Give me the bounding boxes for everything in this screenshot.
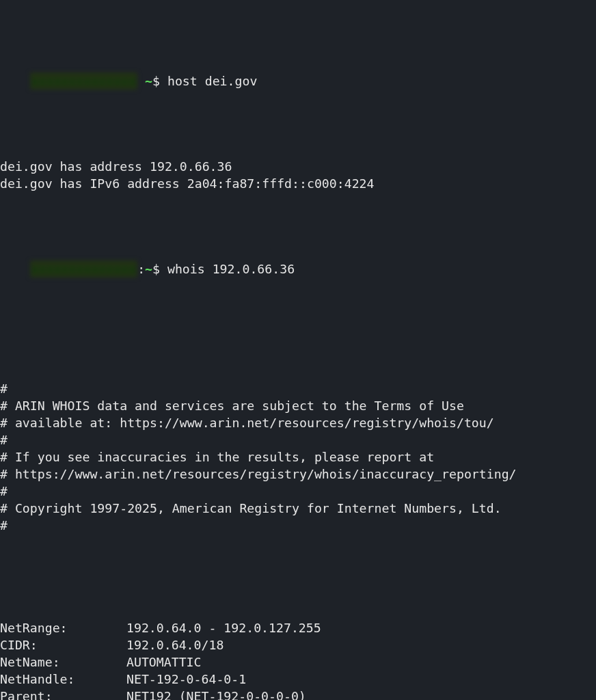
- whois-header: ## ARIN WHOIS data and services are subj…: [0, 346, 596, 568]
- prompt-marker: $: [152, 262, 167, 276]
- whois-net-field: NetRange:192.0.64.0 - 192.0.127.255: [0, 619, 596, 636]
- host-output-line: dei.gov has IPv6 address 2a04:fa87:fffd:…: [0, 175, 596, 192]
- prompt-cwd: ~: [145, 262, 152, 276]
- prompt-line: xxxxxxxxxxxxxx:~$ whois 192.0.66.36: [0, 243, 596, 295]
- whois-net-field: CIDR:192.0.64.0/18: [0, 636, 596, 654]
- prompt-line: xxxxxxxxxxxxxx ~$ host dei.gov: [0, 55, 596, 107]
- whois-header-line: #: [0, 380, 596, 397]
- whois-header-line: #: [0, 517, 596, 534]
- whois-field-value: 192.0.64.0 - 192.0.127.255: [126, 619, 596, 636]
- host-output: dei.gov has address 192.0.66.36dei.gov h…: [0, 158, 596, 192]
- whois-field-label: NetName:: [0, 654, 126, 671]
- whois-net-field: NetName:AUTOMATTIC: [0, 654, 596, 671]
- whois-field-value: NET-192-0-64-0-1: [126, 671, 596, 688]
- whois-header-line: #: [0, 431, 596, 448]
- prompt-sep: :: [137, 262, 145, 276]
- whois-header-line: # Copyright 1997-2025, American Registry…: [0, 500, 596, 517]
- whois-net-field: Parent:NET192 (NET-192-0-0-0-0): [0, 688, 596, 700]
- whois-header-line: [0, 551, 596, 568]
- whois-header-line: [0, 363, 596, 380]
- host-output-line: dei.gov has address 192.0.66.36: [0, 158, 596, 175]
- command-host: host dei.gov: [167, 74, 257, 88]
- terminal[interactable]: xxxxxxxxxxxxxx ~$ host dei.gov dei.gov h…: [0, 0, 596, 700]
- whois-header-line: [0, 534, 596, 551]
- prompt-host-masked: xxxxxxxxxxxxxx: [30, 260, 137, 278]
- whois-header-line: # available at: https://www.arin.net/res…: [0, 414, 596, 431]
- prompt-marker: $: [152, 74, 167, 88]
- whois-header-line: [0, 346, 596, 363]
- prompt-cwd: ~: [137, 74, 152, 88]
- command-whois: whois 192.0.66.36: [167, 262, 295, 276]
- whois-header-line: #: [0, 483, 596, 500]
- whois-header-line: # ARIN WHOIS data and services are subje…: [0, 397, 596, 414]
- whois-net-field: NetHandle:NET-192-0-64-0-1: [0, 671, 596, 688]
- whois-field-value: AUTOMATTIC: [126, 654, 596, 671]
- whois-field-label: Parent:: [0, 688, 126, 700]
- whois-field-label: NetRange:: [0, 619, 126, 636]
- whois-field-value: 192.0.64.0/18: [126, 636, 596, 654]
- prompt-host-masked: xxxxxxxxxxxxxx: [30, 72, 137, 90]
- whois-field-label: NetHandle:: [0, 671, 126, 688]
- whois-field-label: CIDR:: [0, 636, 126, 654]
- whois-header-line: # https://www.arin.net/resources/registr…: [0, 466, 596, 483]
- whois-field-value: NET192 (NET-192-0-0-0-0): [126, 688, 596, 700]
- whois-header-line: # If you see inaccuracies in the results…: [0, 448, 596, 466]
- whois-net-block: NetRange:192.0.64.0 - 192.0.127.255CIDR:…: [0, 619, 596, 700]
